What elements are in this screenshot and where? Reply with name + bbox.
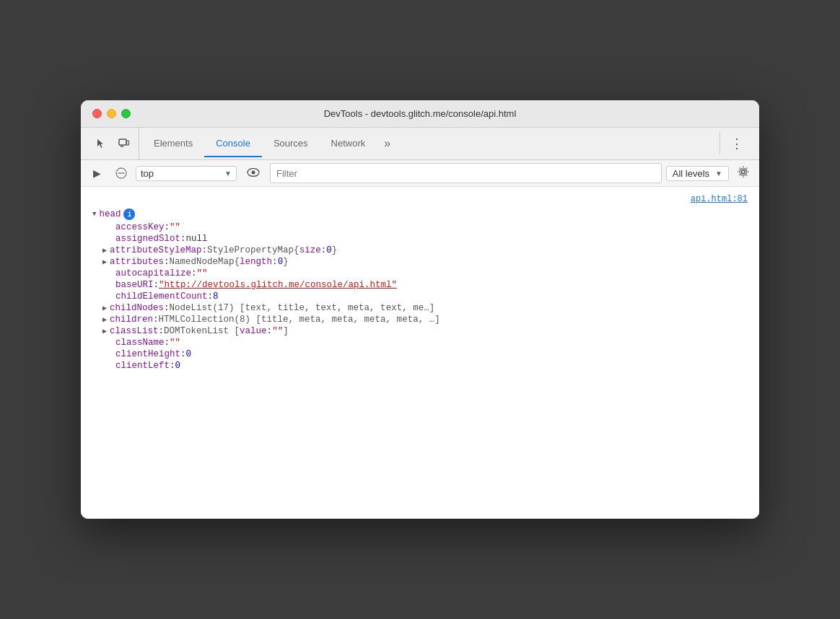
window-title: DevTools - devtools.glitch.me/console/ap… [324, 108, 517, 119]
title-bar: DevTools - devtools.glitch.me/console/ap… [81, 100, 759, 128]
execute-button[interactable]: ▶ [87, 163, 107, 183]
prop-row-childelementcount: childElementCount : 8 [81, 291, 759, 302]
prop-row-attributestylemap: ▶ attributeStyleMap : StylePropertyMap {… [81, 245, 759, 256]
svg-point-9 [742, 170, 745, 174]
more-tabs-button[interactable]: » [377, 131, 398, 156]
tabs-toolbar: Elements Console Sources Network » ⋮ [81, 128, 759, 160]
prop-row-accesskey: accessKey : "" [81, 221, 759, 233]
clear-button[interactable] [111, 163, 131, 183]
svg-point-6 [252, 171, 255, 175]
svg-rect-1 [127, 141, 129, 145]
head-row: ▼ head i [81, 207, 759, 221]
tab-network[interactable]: Network [320, 131, 377, 157]
svg-point-8 [740, 168, 747, 175]
gear-icon [738, 166, 749, 177]
prop-row-autocapitalize: autocapitalize : "" [81, 268, 759, 279]
levels-chevron: ▼ [715, 170, 722, 177]
tabs-container: Elements Console Sources Network » [142, 131, 719, 157]
device-icon-button[interactable] [114, 133, 134, 154]
expand-arrow[interactable]: ▶ [102, 245, 107, 255]
prop-row-assignedslot: assignedSlot : null [81, 233, 759, 245]
execute-icon: ▶ [93, 167, 101, 179]
cursor-icon [96, 139, 106, 149]
prop-row-baseuri: baseURI : "http://devtools.glitch.me/con… [81, 279, 759, 291]
expand-arrow[interactable]: ▶ [102, 257, 107, 266]
source-link[interactable]: api.html:81 [81, 193, 759, 207]
levels-selector[interactable]: All levels ▼ [666, 166, 729, 181]
clear-icon [115, 167, 127, 179]
devtools-window: DevTools - devtools.glitch.me/console/ap… [81, 100, 759, 519]
prop-row-classlist: ▶ classList : DOMTokenList [ value : "" … [81, 325, 759, 337]
head-label: head [99, 209, 121, 219]
svg-rect-0 [119, 139, 126, 145]
menu-button[interactable]: ⋮ [726, 133, 748, 154]
tab-elements[interactable]: Elements [142, 131, 204, 157]
context-label: top [141, 168, 154, 179]
prop-row-attributes: ▶ attributes : NamedNodeMap { length : 0… [81, 256, 759, 268]
expand-arrow[interactable]: ▶ [102, 303, 107, 312]
toolbar-end: ⋮ [719, 133, 753, 154]
prop-row-classname: className : "" [81, 337, 759, 348]
console-toolbar: ▶ top ▼ All levels ▼ [81, 160, 759, 187]
info-badge[interactable]: i [123, 208, 135, 220]
context-selector[interactable]: top ▼ [136, 166, 237, 181]
levels-label: All levels [673, 168, 709, 179]
minimize-button[interactable] [107, 109, 116, 118]
tab-sources[interactable]: Sources [262, 131, 320, 157]
toolbar-icons [87, 128, 139, 159]
expand-arrow[interactable]: ▶ [102, 315, 107, 324]
settings-button[interactable] [733, 163, 753, 183]
traffic-lights [92, 109, 131, 118]
eye-button[interactable] [241, 164, 266, 183]
cursor-icon-button[interactable] [91, 133, 111, 154]
close-button[interactable] [92, 109, 102, 118]
prop-row-children: ▶ children : HTMLCollection(8) [ title, … [81, 314, 759, 325]
tab-console[interactable]: Console [204, 131, 262, 157]
head-expand-arrow[interactable]: ▼ [92, 211, 96, 218]
eye-icon [247, 168, 260, 177]
device-icon [118, 138, 130, 149]
maximize-button[interactable] [121, 109, 131, 118]
prop-row-clientheight: clientHeight : 0 [81, 348, 759, 360]
expand-arrow[interactable]: ▶ [102, 326, 107, 335]
context-chevron: ▼ [224, 170, 232, 177]
console-output: api.html:81 ▼ head i accessKey : "" assi… [81, 187, 759, 519]
filter-input[interactable] [270, 163, 662, 183]
prop-row-childnodes: ▶ childNodes : NodeList(17) [ text, titl… [81, 302, 759, 314]
prop-row-clientleft: clientLeft : 0 [81, 360, 759, 372]
